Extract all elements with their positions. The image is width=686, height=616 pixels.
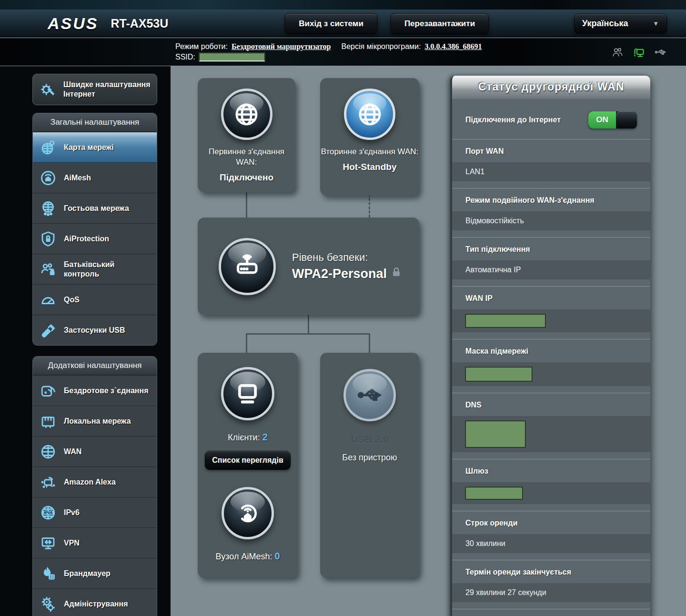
subnet-mask-row: Маска підмережі — [452, 339, 650, 393]
network-status-icon[interactable] — [633, 46, 646, 59]
firmware-version-link[interactable]: 3.0.0.4.386_68691 — [424, 42, 482, 51]
administration-icon — [39, 595, 58, 614]
sidebar-item-guest-network[interactable]: Гостьова мережа — [33, 193, 157, 223]
parental-controls-icon — [39, 260, 58, 279]
firmware-label: Версія мікропрограми: — [341, 42, 421, 51]
sidebar-section-advanced: Додаткові налаштування Бездротове з`єдна… — [32, 356, 157, 616]
sidebar: Швидке налаштування Інтернет Загальні на… — [0, 66, 171, 616]
sidebar-item-ipv6[interactable]: IPV6 IPv6 — [33, 497, 157, 527]
lan-icon — [39, 412, 58, 431]
connector-branch — [246, 333, 370, 335]
network-map-canvas: Первинне з'єднання WAN: Підключено Втори… — [171, 66, 686, 616]
wan-ip-redacted-value — [465, 314, 545, 328]
clients-icon[interactable] — [611, 46, 624, 59]
sidebar-item-parental-controls[interactable]: Батьківський контроль — [33, 254, 157, 284]
security-level-label: Рівень безпеки: — [292, 251, 401, 264]
svg-text:IPV6: IPV6 — [44, 510, 52, 515]
aiprotection-icon — [39, 229, 58, 248]
ssid-redacted-value[interactable] — [199, 53, 265, 61]
secondary-wan-status-panel: Статус другорядної WAN Підключення до Ін… — [450, 76, 650, 616]
usb-port-icon — [343, 369, 396, 421]
panel-header: Статус другорядної WAN — [452, 76, 650, 99]
language-dropdown[interactable]: Українська ▼ — [574, 14, 667, 33]
reboot-button[interactable]: Перезавантажити — [391, 13, 489, 34]
internet-connection-label: Підключення до Інтернет — [465, 116, 561, 124]
usb-device-status: Без пристрою — [342, 453, 397, 463]
lease-time-row: Строк оренди 30 хвилини — [452, 511, 650, 560]
sidebar-item-aiprotection[interactable]: AiProtection — [33, 223, 157, 254]
ssid-label: SSID: — [175, 53, 195, 61]
panel-title: Статус другорядної WAN — [478, 80, 625, 93]
dns-row: DNS — [452, 393, 650, 459]
connector-secondary-dashed — [369, 194, 370, 218]
sidebar-item-aimesh[interactable]: AiMesh — [33, 162, 157, 193]
wireless-icon — [39, 381, 58, 400]
sidebar-item-administration[interactable]: Адміністрування — [33, 588, 157, 616]
connector-clients — [246, 333, 247, 353]
sidebar-quick-setup-button[interactable]: Швидке налаштування Інтернет — [32, 74, 157, 105]
usb-icon[interactable] — [654, 46, 667, 59]
sidebar-item-wan[interactable]: WAN — [33, 436, 157, 467]
secondary-wan-status: Hot-Standby — [343, 162, 397, 172]
sidebar-item-network-map[interactable]: Карта мережі — [33, 132, 157, 162]
gateway-row: Шлюз — [452, 459, 650, 511]
sidebar-item-lan[interactable]: Локальна мережа — [33, 406, 157, 436]
clients-monitor-icon — [221, 367, 274, 420]
usb-card[interactable]: USB 2.0 Без пристрою — [320, 353, 419, 578]
qos-icon — [39, 290, 58, 309]
dual-wan-mode-value: Відмовостійкість — [465, 217, 524, 225]
lease-time-value: 30 хвилини — [465, 539, 505, 548]
logout-button[interactable]: Вихід з системи — [285, 13, 377, 34]
aimesh-node-label: Вузол AiMesh: — [215, 552, 272, 561]
ipv6-icon: IPV6 — [39, 503, 58, 522]
asus-logo: ASUS — [48, 14, 98, 33]
wan-port-row: Порт WAN LAN1 — [452, 139, 650, 189]
secondary-wan-globe-icon — [344, 89, 395, 140]
connector-usb — [369, 333, 370, 353]
clients-label: Клієнти: — [228, 433, 260, 442]
clients-card[interactable]: Клієнти: 2 Список переглядів Вузол AiMes… — [198, 353, 298, 578]
lease-expires-row: Термін оренди закінчується 29 хвилини 27… — [452, 560, 650, 609]
sidebar-item-firewall[interactable]: Брандмауер — [33, 558, 157, 588]
chevron-down-icon: ▼ — [653, 20, 659, 27]
gateway-redacted-value — [465, 487, 523, 499]
secondary-wan-card[interactable]: Вторинне з'єднання WAN: Hot-Standby — [320, 78, 419, 196]
sidebar-item-wireless[interactable]: Бездротове з`єднання — [33, 375, 157, 406]
guest-network-icon — [39, 199, 58, 218]
dual-wan-mode-row: Режим подвійного WAN-з'єднання Відмовост… — [452, 189, 650, 238]
quick-setup-label: Швидке налаштування Інтернет — [63, 80, 151, 99]
language-value: Українська — [582, 19, 628, 29]
client-list-button[interactable]: Список переглядів — [205, 451, 291, 470]
security-level-value: WPA2-Personal — [292, 267, 387, 281]
wan-port-value: LAN1 — [465, 168, 484, 176]
amazon-alexa-icon — [39, 473, 58, 492]
aimesh-node-icon — [222, 487, 274, 539]
vpn-icon — [39, 534, 58, 553]
dual-wan-settings-row: Налаштування Здвоєна WAN ПЕРЕЙТИ — [452, 609, 650, 616]
sidebar-item-amazon-alexa[interactable]: Amazon Alexa — [33, 467, 157, 497]
network-map-icon — [39, 138, 58, 157]
internet-connection-row: Підключення до Інтернет ON — [452, 99, 650, 139]
operation-mode-label: Режим роботи: — [175, 42, 228, 51]
primary-wan-card[interactable]: Первинне з'єднання WAN: Підключено — [198, 78, 295, 192]
sidebar-item-qos[interactable]: QoS — [33, 284, 157, 315]
usb-applications-icon — [39, 321, 58, 340]
info-bar: Режим роботи: Бездротовий маршрутизатор … — [0, 38, 686, 66]
wan-icon — [39, 442, 58, 461]
router-icon — [219, 238, 276, 295]
subnet-mask-redacted-value — [465, 367, 532, 381]
secondary-wan-label: Вторинне з'єднання WAN: — [321, 147, 419, 157]
router-card[interactable]: Рівень безпеки: WPA2-Personal — [198, 218, 419, 315]
connector-primary — [246, 191, 247, 218]
firewall-icon — [39, 564, 58, 583]
sidebar-item-vpn[interactable]: VPN — [33, 527, 157, 558]
lease-expires-value: 29 хвилини 27 секунди — [465, 588, 546, 597]
connection-type-value: Автоматична IP — [465, 266, 521, 274]
operation-mode-link[interactable]: Бездротовий маршрутизатор — [232, 42, 331, 51]
primary-wan-status: Підключено — [220, 172, 273, 183]
sidebar-item-usb-applications[interactable]: Застосунки USB — [33, 315, 157, 345]
top-banner-strip — [0, 0, 686, 10]
internet-toggle[interactable]: ON — [588, 111, 637, 129]
dns-redacted-value — [465, 421, 525, 447]
toggle-on-label: ON — [588, 111, 616, 129]
